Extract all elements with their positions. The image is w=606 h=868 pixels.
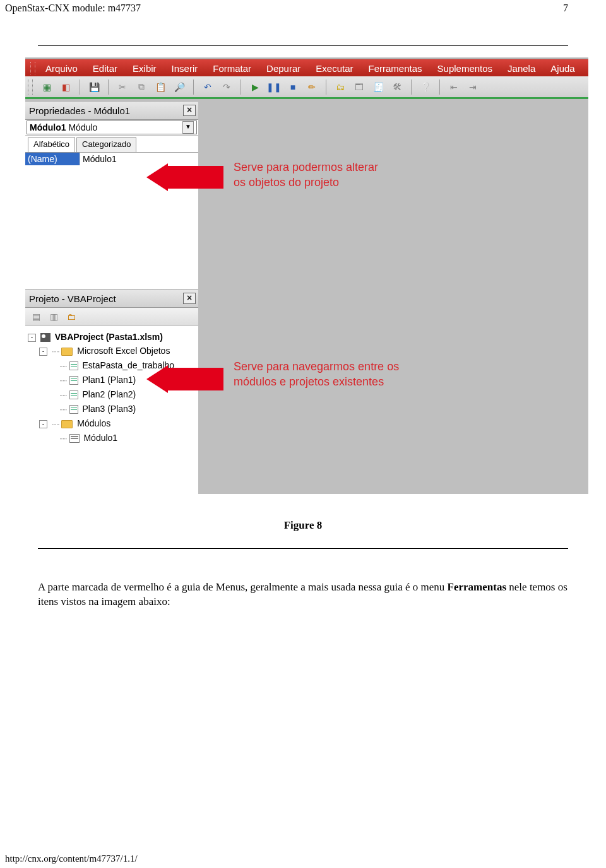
object-selector-text: Módulo1 Módulo: [30, 122, 97, 132]
header-module: OpenStax-CNX module: m47737: [5, 3, 141, 14]
vba-toolbar: ▦ ◧ 💾 ✂ ⧉ 📋 🔎 ↶ ↷ ▶ ❚❚ ■ ✏ 🗂 🗔 🧾 🛠 ❔: [25, 76, 588, 99]
document-header: OpenStax-CNX module: m47737 7: [0, 0, 606, 14]
figure-caption: Figure 8: [0, 519, 606, 532]
properties-panel: Propriedades - Módulo1 × Módulo1 Módulo …: [25, 101, 198, 289]
cut-icon[interactable]: ✂: [115, 79, 130, 95]
properties-tabs: Alfabético Categorizado: [25, 136, 198, 152]
vba-menubar: Arquivo Editar Exibir Inserir Formatar D…: [25, 59, 588, 77]
find-icon[interactable]: 🔎: [172, 79, 187, 95]
menu-ferramentas[interactable]: Ferramentas: [361, 63, 430, 74]
toolbar-sep: [108, 79, 109, 95]
goto-excel-icon[interactable]: ▦: [39, 79, 54, 95]
tree-excel-objs[interactable]: - Microsoft Excel Objetos: [28, 344, 196, 358]
workbook-icon: [69, 361, 78, 370]
annotation-2-line1: Serve para navegarmos entre os: [234, 359, 399, 374]
tree-item-label: Módulo1: [83, 433, 117, 443]
insert-module-icon[interactable]: ◧: [58, 79, 73, 95]
collapse-icon[interactable]: -: [39, 348, 47, 356]
menu-executar[interactable]: Executar: [308, 63, 360, 74]
tree-folder-label: Microsoft Excel Objetos: [77, 346, 170, 356]
tree-item-label: Plan1 (Plan1): [82, 375, 136, 385]
menu-ajuda[interactable]: Ajuda: [543, 63, 582, 74]
vbaproject-icon: [40, 333, 50, 342]
menu-exibir[interactable]: Exibir: [125, 63, 164, 74]
tree-connector: [59, 389, 67, 399]
outdent-icon[interactable]: ⇤: [446, 79, 461, 95]
tree-sheet[interactable]: Plan3 (Plan3): [28, 402, 196, 416]
tab-categorizado[interactable]: Categorizado: [76, 137, 136, 153]
toolbar-sep: [439, 79, 440, 95]
redo-icon[interactable]: ↷: [219, 79, 234, 95]
view-object-icon[interactable]: ▥: [47, 310, 61, 324]
figure-rule-bottom: [38, 548, 568, 549]
help-icon[interactable]: ❔: [418, 79, 433, 95]
tree-connector: [59, 404, 67, 414]
menu-editar[interactable]: Editar: [85, 63, 125, 74]
body-paragraph: A parte marcada de vermelho é a guia de …: [38, 580, 568, 609]
tree-connector: [59, 360, 67, 370]
tab-alfabetico[interactable]: Alfabético: [28, 137, 75, 153]
property-value: Módulo1: [80, 153, 198, 165]
run-icon[interactable]: ▶: [247, 79, 263, 95]
toolbar-sep: [80, 79, 80, 95]
menu-depurar[interactable]: Depurar: [259, 63, 308, 74]
toolbar-gripper: [28, 79, 33, 95]
object-selector[interactable]: Módulo1 Módulo ▼: [27, 120, 197, 134]
menubar-gripper: [30, 62, 35, 74]
module-icon: [69, 434, 80, 443]
annotation-arrow-1: [167, 166, 223, 189]
property-row-name[interactable]: (Name) Módulo1: [25, 153, 198, 165]
close-icon[interactable]: ×: [183, 293, 196, 304]
close-icon[interactable]: ×: [183, 105, 196, 116]
figure-rule-top: [38, 45, 568, 46]
collapse-icon[interactable]: -: [39, 420, 47, 428]
menu-arquivo[interactable]: Arquivo: [38, 63, 85, 74]
project-title: Projeto - VBAProject: [29, 293, 116, 304]
properties-icon[interactable]: 🗔: [352, 79, 367, 95]
object-type-text: Módulo: [66, 122, 98, 132]
body-text-bold: Ferra­mentas: [448, 581, 506, 593]
menu-inserir[interactable]: Inserir: [164, 63, 206, 74]
project-tree: - VBAProject (Pasta1.xlsm) - Microsoft E…: [25, 326, 198, 494]
design-mode-icon[interactable]: ✏: [304, 79, 319, 95]
stop-icon[interactable]: ■: [285, 79, 300, 95]
toolbar-sep: [326, 79, 326, 95]
menu-suplementos[interactable]: Suplementos: [430, 63, 501, 74]
menu-formatar[interactable]: Formatar: [205, 63, 259, 74]
toolbar-sep: [411, 79, 412, 95]
menu-janela[interactable]: Janela: [500, 63, 543, 74]
tree-modules-folder[interactable]: - Módulos: [28, 416, 196, 431]
annotation-1: Serve para podermos alterar os objetos d…: [234, 160, 378, 190]
project-panel: Projeto - VBAProject × ▤ ▥ 🗀 - VBAProjec…: [25, 289, 198, 494]
save-icon[interactable]: 💾: [86, 79, 102, 95]
object-browser-icon[interactable]: 🧾: [371, 79, 386, 95]
object-selector-row: Módulo1 Módulo ▼: [25, 120, 198, 136]
sheet-icon: [69, 376, 78, 385]
tree-root[interactable]: - VBAProject (Pasta1.xlsm): [28, 330, 196, 344]
annotation-1-line2: os objetos do projeto: [234, 175, 378, 190]
toggle-folders-icon[interactable]: 🗀: [64, 310, 78, 324]
project-toolbar: ▤ ▥ 🗀: [25, 308, 198, 326]
sheet-icon: [69, 390, 78, 399]
toolbar-sep: [193, 79, 194, 95]
annotation-1-line1: Serve para podermos alterar: [234, 160, 378, 175]
tree-connector: [52, 418, 59, 428]
pause-icon[interactable]: ❚❚: [266, 79, 282, 95]
collapse-icon[interactable]: -: [28, 334, 36, 342]
tree-item-label: Plan3 (Plan3): [82, 404, 136, 414]
indent-icon[interactable]: ⇥: [465, 79, 480, 95]
toolbox-icon[interactable]: 🛠: [389, 79, 405, 95]
tree-module1[interactable]: Módulo1: [28, 431, 196, 445]
chevron-down-icon[interactable]: ▼: [182, 121, 194, 134]
view-code-icon[interactable]: ▤: [29, 310, 43, 324]
properties-titlebar: Propriedades - Módulo1 ×: [25, 101, 198, 120]
paste-icon[interactable]: 📋: [153, 79, 168, 95]
folder-icon: [61, 348, 73, 356]
header-page-number: 7: [563, 3, 568, 14]
undo-icon[interactable]: ↶: [200, 79, 215, 95]
tree-connector: [59, 433, 67, 443]
copy-icon[interactable]: ⧉: [134, 79, 149, 95]
tree-folder-label: Módulos: [77, 418, 110, 428]
property-key: (Name): [25, 153, 80, 165]
project-explorer-icon[interactable]: 🗂: [333, 79, 348, 95]
